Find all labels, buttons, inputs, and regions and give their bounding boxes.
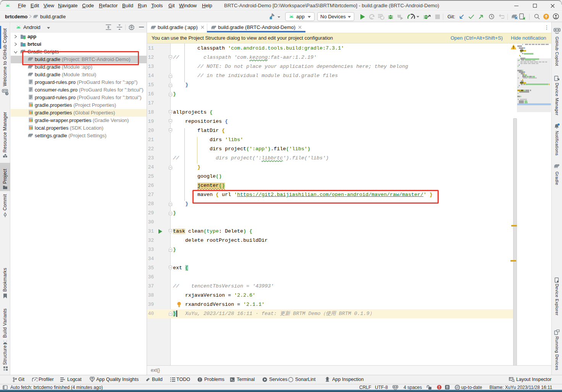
- svg-text:A: A: [370, 16, 373, 20]
- svg-text:?: ?: [6, 92, 8, 95]
